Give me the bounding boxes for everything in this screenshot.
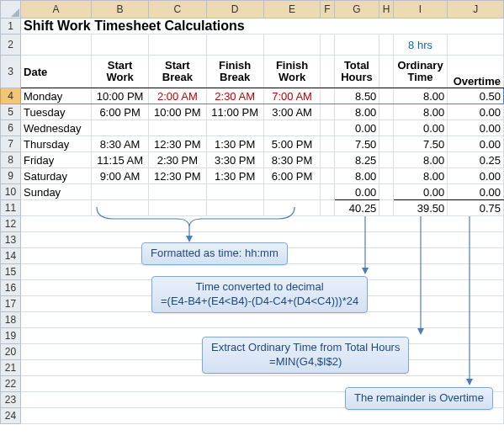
row-header-20[interactable]: 20 (1, 344, 21, 360)
row-header-5[interactable]: 5 (1, 104, 21, 120)
cell[interactable]: 8.50 (334, 88, 379, 104)
col-header-D[interactable]: D (206, 1, 263, 19)
col-header-I[interactable]: I (393, 1, 448, 19)
cell[interactable]: 0.00 (448, 104, 504, 120)
cell[interactable]: 10:00 PM (91, 88, 148, 104)
row-header-4[interactable]: 4 (1, 88, 21, 104)
cell[interactable]: 8.00 (393, 88, 448, 104)
cell[interactable]: 11:15 AM (91, 152, 148, 168)
cell[interactable]: 3:30 PM (206, 152, 263, 168)
row-header-1[interactable]: 1 (1, 19, 21, 35)
row-header-3[interactable]: 3 (1, 56, 21, 88)
cell[interactable]: 1:30 PM (206, 168, 263, 184)
cell[interactable]: 3:00 AM (263, 104, 320, 120)
total-hours-sum[interactable]: 40.25 (334, 200, 379, 216)
row-header-16[interactable]: 16 (1, 280, 21, 296)
row-header-15[interactable]: 15 (1, 264, 21, 280)
cell[interactable]: Thursday (21, 136, 92, 152)
col-header-B[interactable]: B (91, 1, 148, 19)
cell[interactable]: 7.50 (393, 136, 448, 152)
header-finish-work: FinishWork (263, 56, 320, 88)
cell[interactable]: 6:00 PM (91, 104, 148, 120)
overtime-sum[interactable]: 0.75 (448, 200, 504, 216)
cell[interactable]: 6:00 PM (263, 168, 320, 184)
cell[interactable]: Sunday (21, 184, 92, 200)
col-header-J[interactable]: J (448, 1, 504, 19)
cell[interactable] (263, 120, 320, 136)
cell[interactable]: 0.00 (448, 168, 504, 184)
callout-overtime: The remainder is Overtime (345, 387, 493, 410)
cell[interactable]: 8.25 (334, 152, 379, 168)
cell[interactable]: 9:00 AM (91, 168, 148, 184)
cell[interactable]: 0.00 (448, 136, 504, 152)
cell[interactable]: 2:30 PM (149, 152, 206, 168)
row-header-18[interactable]: 18 (1, 312, 21, 328)
cell[interactable]: 0.00 (334, 184, 379, 200)
col-header-A[interactable]: A (21, 1, 92, 19)
cell[interactable]: 8:30 PM (263, 152, 320, 168)
cell[interactable]: 7:00 AM (263, 88, 320, 104)
cell[interactable]: 2:00 AM (149, 88, 206, 104)
col-header-C[interactable]: C (149, 1, 206, 19)
ordinary-limit[interactable]: 8 hrs (393, 35, 448, 56)
cell[interactable]: 10:00 PM (149, 104, 206, 120)
cell[interactable] (91, 120, 148, 136)
row-header-24[interactable]: 24 (1, 408, 21, 424)
cell[interactable]: 8.00 (334, 168, 379, 184)
cell[interactable]: 11:00 PM (206, 104, 263, 120)
col-header-F[interactable]: F (321, 1, 334, 19)
cell[interactable] (149, 120, 206, 136)
row-header-7[interactable]: 7 (1, 136, 21, 152)
cell[interactable]: 0.50 (448, 88, 504, 104)
row-header-9[interactable]: 9 (1, 168, 21, 184)
row-header-12[interactable]: 12 (1, 216, 21, 232)
cell[interactable]: 0.00 (448, 184, 504, 200)
cell[interactable]: Saturday (21, 168, 92, 184)
cell-day[interactable]: Monday (21, 88, 92, 104)
cell[interactable]: 8:30 AM (91, 136, 148, 152)
row-header-17[interactable]: 17 (1, 296, 21, 312)
cell[interactable]: Tuesday (21, 104, 92, 120)
cell[interactable]: 0.00 (334, 120, 379, 136)
cell[interactable]: Wednesday (21, 120, 92, 136)
cell[interactable]: 0.25 (448, 152, 504, 168)
row-header-23[interactable]: 23 (1, 392, 21, 408)
row-header-2[interactable]: 2 (1, 35, 21, 56)
header-start-work: StartWork (91, 56, 148, 88)
header-overtime: Overtime (448, 56, 504, 88)
cell[interactable]: 8.00 (393, 152, 448, 168)
cell[interactable]: 12:30 PM (149, 168, 206, 184)
row-header-14[interactable]: 14 (1, 248, 21, 264)
col-header-E[interactable]: E (263, 1, 320, 19)
callout-decimal-formula: Time converted to decimal=(E4-B4+(E4<B4)… (151, 276, 368, 313)
ordinary-sum[interactable]: 39.50 (393, 200, 448, 216)
cell[interactable]: 12:30 PM (149, 136, 206, 152)
header-start-break: StartBreak (149, 56, 206, 88)
row-header-10[interactable]: 10 (1, 184, 21, 200)
header-finish-break: FinishBreak (206, 56, 263, 88)
col-header-H[interactable]: H (379, 1, 393, 19)
row-header-21[interactable]: 21 (1, 360, 21, 376)
col-header-G[interactable]: G (334, 1, 379, 19)
row-header-8[interactable]: 8 (1, 152, 21, 168)
select-all-corner[interactable] (1, 1, 21, 19)
row-header-19[interactable]: 19 (1, 328, 21, 344)
cell[interactable]: 7.50 (334, 136, 379, 152)
cell[interactable]: 0.00 (448, 120, 504, 136)
cell[interactable]: 5:00 PM (263, 136, 320, 152)
cell[interactable]: 0.00 (393, 120, 448, 136)
cell[interactable]: 2:30 AM (206, 88, 263, 104)
cell[interactable] (206, 120, 263, 136)
row-header-11[interactable]: 11 (1, 200, 21, 216)
cell[interactable]: 8.00 (393, 168, 448, 184)
cell[interactable]: 0.00 (393, 184, 448, 200)
cell[interactable]: 8.00 (334, 104, 379, 120)
cell[interactable]: 8.00 (393, 104, 448, 120)
row-header-13[interactable]: 13 (1, 232, 21, 248)
callout-ordinary-formula: Extract Ordinary Time from Total Hours=M… (202, 337, 409, 374)
row-header-6[interactable]: 6 (1, 120, 21, 136)
cell[interactable]: 1:30 PM (206, 136, 263, 152)
cell[interactable]: Friday (21, 152, 92, 168)
row-header-22[interactable]: 22 (1, 376, 21, 392)
title-cell[interactable]: Shift Work Timesheet Calculations (21, 19, 504, 35)
